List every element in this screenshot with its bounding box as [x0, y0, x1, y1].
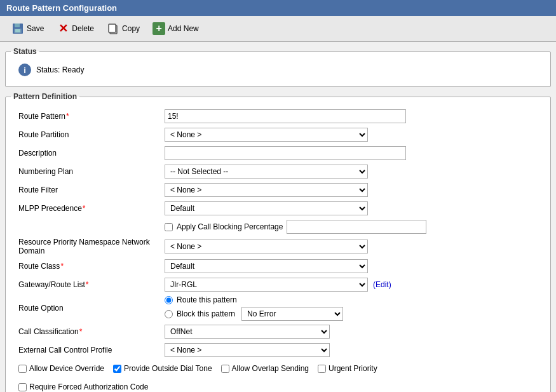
block-this-pattern-label: Block this pattern — [177, 309, 235, 318]
gateway-edit-link[interactable]: (Edit) — [373, 280, 391, 289]
mlpp-precedence-label: MLPP Precedence — [18, 204, 165, 213]
save-label: Save — [27, 24, 44, 33]
apply-call-blocking-label: Apply Call Blocking Percentage — [177, 222, 283, 231]
route-this-pattern-radio[interactable] — [165, 296, 173, 304]
add-new-label: Add New — [168, 24, 199, 33]
save-icon — [11, 22, 24, 35]
require-forced-auth-code-label: Require Forced Authorization Code — [29, 382, 148, 391]
delete-label: Delete — [72, 24, 94, 33]
provide-outside-dial-tone-checkbox[interactable] — [113, 365, 121, 373]
pattern-definition-legend: Pattern Definition — [11, 92, 79, 101]
add-new-button[interactable]: + Add New — [147, 20, 204, 37]
block-error-select[interactable]: No Error — [241, 307, 343, 321]
toolbar: Save ✕ Delete Copy + Add New — [0, 16, 556, 42]
pattern-definition-section: Pattern Definition Route Pattern Route P… — [5, 92, 551, 392]
route-this-pattern-label: Route this pattern — [177, 295, 237, 304]
description-input[interactable] — [165, 146, 406, 160]
status-text: Status: Ready — [36, 65, 84, 74]
allow-overlap-sending-checkbox[interactable] — [221, 365, 229, 373]
route-filter-select[interactable]: < None > — [165, 183, 368, 197]
route-filter-label: Route Filter — [18, 186, 165, 194]
title-bar: Route Pattern Configuration — [0, 0, 556, 16]
route-partition-label: Route Partition — [18, 130, 165, 139]
description-label: Description — [18, 149, 165, 158]
copy-button[interactable]: Copy — [102, 20, 145, 37]
apply-call-blocking-input[interactable] — [287, 220, 426, 234]
provide-outside-dial-tone-label: Provide Outside Dial Tone — [124, 364, 212, 373]
route-pattern-label: Route Pattern — [18, 112, 165, 121]
gateway-route-list-select[interactable]: JIr-RGL — [165, 278, 368, 292]
urgent-priority-label: Urgent Priority — [329, 364, 377, 373]
delete-button[interactable]: ✕ Delete — [51, 20, 99, 37]
call-classification-label: Call Classification — [18, 327, 165, 336]
svg-rect-1 — [15, 24, 20, 27]
save-button[interactable]: Save — [6, 20, 49, 37]
resource-priority-label: Resource Priority Namespace Network Doma… — [18, 238, 165, 255]
allow-device-override-label: Allow Device Override — [29, 364, 104, 373]
urgent-priority-checkbox[interactable] — [318, 365, 326, 373]
block-this-pattern-radio[interactable] — [165, 310, 173, 318]
route-class-select[interactable]: Default — [165, 259, 368, 273]
add-new-icon: + — [153, 22, 165, 35]
apply-call-blocking-checkbox[interactable] — [165, 223, 173, 231]
svg-rect-5 — [109, 24, 116, 32]
allow-device-override-checkbox[interactable] — [18, 365, 27, 373]
resource-priority-select[interactable]: < None > — [165, 240, 368, 253]
gateway-route-list-label: Gateway/Route List — [18, 280, 165, 289]
route-option-label: Route Option — [18, 304, 165, 313]
route-partition-select[interactable]: < None > — [165, 128, 368, 142]
require-forced-auth-code-checkbox[interactable] — [18, 383, 27, 391]
copy-icon — [107, 22, 119, 35]
external-call-control-select[interactable]: < None > — [165, 343, 330, 357]
status-legend: Status — [11, 47, 39, 56]
content-area: Status i Status: Ready Pattern Definitio… — [0, 42, 556, 392]
route-pattern-input[interactable] — [165, 109, 406, 123]
numbering-plan-select[interactable]: -- Not Selected -- — [165, 165, 368, 179]
numbering-plan-label: Numbering Plan — [18, 167, 165, 176]
delete-icon: ✕ — [57, 22, 69, 35]
mlpp-precedence-select[interactable]: Default — [165, 201, 368, 215]
route-class-label: Route Class — [18, 262, 165, 271]
title-text: Route Pattern Configuration — [6, 3, 117, 13]
external-call-control-label: External Call Control Profile — [18, 346, 165, 355]
call-classification-select[interactable]: OffNet — [165, 325, 330, 339]
allow-overlap-sending-label: Allow Overlap Sending — [232, 364, 309, 373]
svg-rect-3 — [15, 29, 20, 32]
status-section: Status i Status: Ready — [5, 47, 551, 87]
info-icon: i — [18, 64, 31, 76]
copy-label: Copy — [122, 24, 140, 33]
